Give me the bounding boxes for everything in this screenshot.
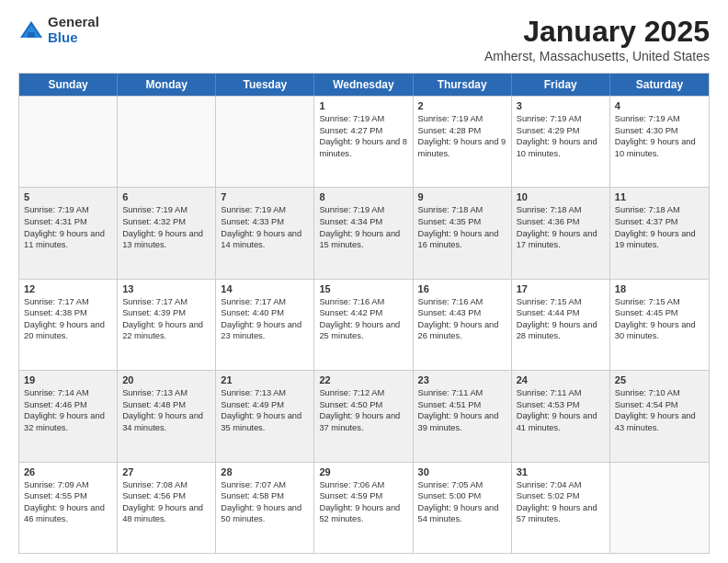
sunrise-text: Sunrise: 7:08 AM (122, 479, 210, 491)
header: General Blue January 2025 Amherst, Massa… (18, 15, 710, 63)
sunrise-text: Sunrise: 7:19 AM (221, 204, 309, 216)
daylight-text: Daylight: 9 hours and 50 minutes. (221, 502, 309, 525)
daylight-text: Daylight: 9 hours and 34 minutes. (122, 410, 210, 433)
calendar-cell (216, 97, 314, 187)
sunrise-text: Sunrise: 7:18 AM (418, 204, 506, 216)
day-number: 18 (615, 283, 704, 294)
sunrise-text: Sunrise: 7:06 AM (319, 479, 407, 491)
calendar-cell: 31Sunrise: 7:04 AMSunset: 5:02 PMDayligh… (512, 463, 610, 553)
day-number: 26 (24, 466, 112, 477)
daylight-text: Daylight: 9 hours and 9 minutes. (418, 136, 506, 159)
calendar-cell: 11Sunrise: 7:18 AMSunset: 4:37 PMDayligh… (610, 188, 709, 278)
daylight-text: Daylight: 9 hours and 52 minutes. (319, 502, 407, 525)
calendar-row-1: 1Sunrise: 7:19 AMSunset: 4:27 PMDaylight… (19, 96, 709, 187)
calendar-cell (118, 97, 216, 187)
daylight-text: Daylight: 9 hours and 19 minutes. (615, 228, 704, 251)
calendar-cell: 12Sunrise: 7:17 AMSunset: 4:38 PMDayligh… (19, 280, 118, 370)
sunrise-text: Sunrise: 7:09 AM (24, 479, 112, 491)
sunset-text: Sunset: 4:58 PM (221, 490, 309, 502)
sunrise-text: Sunrise: 7:07 AM (221, 479, 309, 491)
sunrise-text: Sunrise: 7:15 AM (615, 296, 704, 308)
header-day-thursday: Thursday (414, 74, 512, 96)
header-day-tuesday: Tuesday (216, 74, 314, 96)
sunset-text: Sunset: 4:28 PM (418, 125, 506, 137)
calendar-cell: 23Sunrise: 7:11 AMSunset: 4:51 PMDayligh… (414, 371, 512, 461)
sunset-text: Sunset: 4:54 PM (615, 399, 704, 411)
daylight-text: Daylight: 9 hours and 14 minutes. (221, 228, 309, 251)
calendar-cell: 8Sunrise: 7:19 AMSunset: 4:34 PMDaylight… (314, 188, 413, 278)
sunset-text: Sunset: 4:48 PM (122, 399, 210, 411)
sunrise-text: Sunrise: 7:14 AM (24, 387, 112, 399)
logo: General Blue (18, 15, 99, 45)
sunrise-text: Sunrise: 7:12 AM (319, 387, 407, 399)
day-number: 16 (418, 283, 506, 294)
calendar-cell: 4Sunrise: 7:19 AMSunset: 4:30 PMDaylight… (610, 97, 709, 187)
sunrise-text: Sunrise: 7:11 AM (517, 387, 605, 399)
day-number: 15 (319, 283, 407, 294)
sunset-text: Sunset: 4:50 PM (319, 399, 407, 411)
sunset-text: Sunset: 4:56 PM (122, 490, 210, 502)
calendar-cell: 6Sunrise: 7:19 AMSunset: 4:32 PMDaylight… (118, 188, 216, 278)
day-number: 21 (221, 374, 309, 385)
day-number: 27 (122, 466, 210, 477)
calendar-cell: 22Sunrise: 7:12 AMSunset: 4:50 PMDayligh… (314, 371, 413, 461)
sunset-text: Sunset: 4:38 PM (24, 307, 112, 319)
day-number: 25 (615, 374, 704, 385)
sunrise-text: Sunrise: 7:19 AM (319, 204, 407, 216)
day-number: 23 (418, 374, 506, 385)
sunset-text: Sunset: 5:02 PM (517, 490, 605, 502)
sunset-text: Sunset: 5:00 PM (418, 490, 506, 502)
day-number: 8 (319, 191, 407, 202)
day-number: 13 (122, 283, 210, 294)
sunset-text: Sunset: 4:42 PM (319, 307, 407, 319)
daylight-text: Daylight: 9 hours and 10 minutes. (615, 136, 704, 159)
day-number: 4 (615, 100, 704, 111)
sunrise-text: Sunrise: 7:13 AM (122, 387, 210, 399)
daylight-text: Daylight: 9 hours and 25 minutes. (319, 319, 407, 342)
calendar-row-3: 12Sunrise: 7:17 AMSunset: 4:38 PMDayligh… (19, 279, 709, 370)
daylight-text: Daylight: 9 hours and 35 minutes. (221, 410, 309, 433)
day-number: 12 (24, 283, 112, 294)
sunset-text: Sunset: 4:37 PM (615, 216, 704, 228)
day-number: 31 (517, 466, 605, 477)
day-number: 5 (24, 191, 112, 202)
calendar-cell: 24Sunrise: 7:11 AMSunset: 4:53 PMDayligh… (512, 371, 610, 461)
sunrise-text: Sunrise: 7:18 AM (517, 204, 605, 216)
daylight-text: Daylight: 9 hours and 41 minutes. (517, 410, 605, 433)
calendar-cell: 17Sunrise: 7:15 AMSunset: 4:44 PMDayligh… (512, 280, 610, 370)
calendar-row-5: 26Sunrise: 7:09 AMSunset: 4:55 PMDayligh… (19, 462, 709, 553)
calendar-cell: 13Sunrise: 7:17 AMSunset: 4:39 PMDayligh… (118, 280, 216, 370)
calendar: SundayMondayTuesdayWednesdayThursdayFrid… (18, 73, 710, 554)
calendar-cell: 7Sunrise: 7:19 AMSunset: 4:33 PMDaylight… (216, 188, 314, 278)
sunrise-text: Sunrise: 7:10 AM (615, 387, 704, 399)
sunrise-text: Sunrise: 7:19 AM (319, 113, 407, 125)
daylight-text: Daylight: 9 hours and 57 minutes. (517, 502, 605, 525)
calendar-cell: 9Sunrise: 7:18 AMSunset: 4:35 PMDaylight… (414, 188, 512, 278)
day-number: 20 (122, 374, 210, 385)
day-number: 24 (517, 374, 605, 385)
sunrise-text: Sunrise: 7:05 AM (418, 479, 506, 491)
sunrise-text: Sunrise: 7:16 AM (418, 296, 506, 308)
day-number: 30 (418, 466, 506, 477)
sunset-text: Sunset: 4:59 PM (319, 490, 407, 502)
sunset-text: Sunset: 4:44 PM (517, 307, 605, 319)
calendar-cell: 14Sunrise: 7:17 AMSunset: 4:40 PMDayligh… (216, 280, 314, 370)
sunset-text: Sunset: 4:29 PM (517, 125, 605, 137)
calendar-header: SundayMondayTuesdayWednesdayThursdayFrid… (19, 74, 709, 96)
day-number: 11 (615, 191, 704, 202)
day-number: 10 (517, 191, 605, 202)
svg-rect-2 (28, 32, 35, 38)
sunset-text: Sunset: 4:31 PM (24, 216, 112, 228)
day-number: 22 (319, 374, 407, 385)
calendar-cell: 10Sunrise: 7:18 AMSunset: 4:36 PMDayligh… (512, 188, 610, 278)
sunset-text: Sunset: 4:32 PM (122, 216, 210, 228)
daylight-text: Daylight: 9 hours and 26 minutes. (418, 319, 506, 342)
calendar-cell: 27Sunrise: 7:08 AMSunset: 4:56 PMDayligh… (118, 463, 216, 553)
header-day-monday: Monday (118, 74, 216, 96)
calendar-cell: 18Sunrise: 7:15 AMSunset: 4:45 PMDayligh… (610, 280, 709, 370)
logo-general-text: General (48, 15, 99, 30)
day-number: 29 (319, 466, 407, 477)
sunset-text: Sunset: 4:27 PM (319, 125, 407, 137)
sunrise-text: Sunrise: 7:16 AM (319, 296, 407, 308)
sunset-text: Sunset: 4:55 PM (24, 490, 112, 502)
